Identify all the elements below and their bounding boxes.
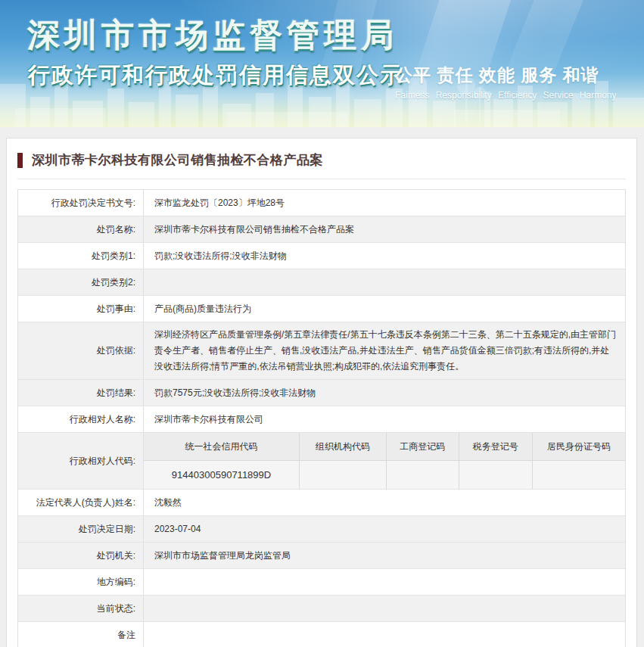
codes-header-business-reg: 工商登记码: [387, 433, 459, 461]
slogan-block: 公平 责任 效能 服务 和谐 Faimess Responsibility Ef…: [395, 64, 639, 101]
row-value: 统一社会信用代码 组织机构代码 工商登记码 税务登记号 居民身份证号码 9144…: [144, 433, 625, 489]
party-codes-table: 统一社会信用代码 组织机构代码 工商登记码 税务登记号 居民身份证号码 9144…: [144, 433, 625, 489]
table-row-penalty-name: 处罚名称: 深圳市蒂卡尔科技有限公司销售抽检不合格产品案: [18, 216, 625, 243]
row-value: [144, 269, 625, 295]
slogan-chinese: 公平 责任 效能 服务 和谐: [395, 64, 639, 87]
row-value: 深圳市市场监督管理局龙岗监管局: [144, 543, 625, 568]
table-row-party-codes: 行政相对人代码: 统一社会信用代码 组织机构代码 工商登记码 税务登记号 居民身…: [18, 433, 625, 490]
row-label: 处罚类别2:: [18, 269, 144, 295]
row-label: 当前状态:: [18, 596, 144, 621]
codes-value-id-number: [533, 461, 625, 489]
table-row-penalty-type-1: 处罚类别1: 罚款;没收违法所得;没收非法财物: [18, 243, 625, 269]
codes-header-id-number: 居民身份证号码: [533, 433, 625, 461]
row-value: 罚款;没收违法所得;没收非法财物: [144, 243, 625, 269]
table-row-penalty-reason: 处罚事由: 产品(商品)质量违法行为: [18, 296, 625, 322]
codes-value-org-code: [300, 461, 387, 489]
row-label: 行政相对人名称:: [18, 406, 144, 432]
codes-value-business-reg: [387, 461, 459, 489]
row-value: 深市监龙处罚〔2023〕坪地28号: [144, 190, 625, 216]
row-label: 行政相对人代码:: [18, 433, 144, 489]
row-label: 处罚类别1:: [18, 243, 144, 269]
codes-header-credit-code: 统一社会信用代码: [144, 433, 300, 461]
row-label: 处罚结果:: [18, 380, 144, 406]
row-value: 罚款7575元;没收违法所得;没收非法财物: [144, 380, 625, 406]
page-title: 深圳市蒂卡尔科技有限公司销售抽检不合格产品案: [32, 151, 323, 169]
row-value: 深圳市蒂卡尔科技有限公司: [144, 406, 625, 432]
table-row-remarks: 备注: [18, 622, 625, 647]
codes-value-credit-code: 91440300590711899D: [144, 461, 300, 489]
codes-header-org-code: 组织机构代码: [300, 433, 387, 461]
slogan-english: Faimess Responsibility Efficiency Servic…: [395, 90, 639, 101]
penalty-info-table: 行政处罚决定书文号: 深市监龙处罚〔2023〕坪地28号 处罚名称: 深圳市蒂卡…: [17, 189, 626, 647]
table-row-decision-date: 处罚决定日期: 2023-07-04: [18, 516, 625, 543]
row-value: [144, 569, 625, 595]
row-label: 行政处罚决定书文号:: [18, 190, 144, 216]
codes-value-tax-reg: [459, 461, 533, 489]
row-label: 处罚事由:: [18, 296, 144, 322]
row-value: [144, 596, 625, 621]
row-value: 深圳经济特区产品质量管理条例/第五章法律责任/第五十七条违反本条例第二十三条、第…: [144, 322, 625, 379]
table-row-penalty-result: 处罚结果: 罚款7575元;没收违法所得;没收非法财物: [18, 380, 625, 406]
row-value: 深圳市蒂卡尔科技有限公司销售抽检不合格产品案: [144, 216, 625, 242]
codes-header-tax-reg: 税务登记号: [459, 433, 533, 461]
org-name-heading: 深圳市市场监督管理局: [27, 14, 398, 58]
page-title-bar: 深圳市蒂卡尔科技有限公司销售抽检不合格产品案: [17, 138, 626, 179]
table-row-penalty-type-2: 处罚类别2:: [18, 269, 625, 296]
table-row-penalty-basis: 处罚依据: 深圳经济特区产品质量管理条例/第五章法律责任/第五十七条违反本条例第…: [18, 322, 625, 380]
table-row-party-name: 行政相对人名称: 深圳市蒂卡尔科技有限公司: [18, 406, 625, 433]
row-label: 地方编码:: [18, 569, 144, 595]
table-row-penalty-authority: 处罚机关: 深圳市市场监督管理局龙岗监管局: [18, 543, 625, 569]
row-label: 处罚依据:: [18, 322, 144, 379]
table-row-legal-representative: 法定代表人(负责人)姓名: 沈毅然: [18, 490, 625, 516]
table-row-decision-number: 行政处罚决定书文号: 深市监龙处罚〔2023〕坪地28号: [18, 190, 625, 216]
banner-subtitle: 行政许可和行政处罚信用信息双公示: [28, 61, 403, 91]
content-card: 深圳市蒂卡尔科技有限公司销售抽检不合格产品案 行政处罚决定书文号: 深市监龙处罚…: [6, 138, 637, 647]
site-banner: 深圳市市场监督管理局 行政许可和行政处罚信用信息双公示 公平 责任 效能 服务 …: [0, 0, 644, 127]
row-label: 处罚名称:: [18, 216, 144, 242]
table-row-local-code: 地方编码:: [18, 569, 625, 596]
row-value: [144, 622, 625, 647]
row-value: 产品(商品)质量违法行为: [144, 296, 625, 322]
row-label: 法定代表人(负责人)姓名:: [18, 490, 144, 515]
row-label: 备注: [18, 622, 144, 647]
row-label: 处罚机关:: [18, 543, 144, 568]
row-value: 沈毅然: [144, 490, 625, 515]
row-value: 2023-07-04: [144, 516, 625, 542]
table-row-current-status: 当前状态:: [18, 596, 625, 622]
row-label: 处罚决定日期:: [18, 516, 144, 542]
title-accent-bar: [17, 153, 23, 168]
